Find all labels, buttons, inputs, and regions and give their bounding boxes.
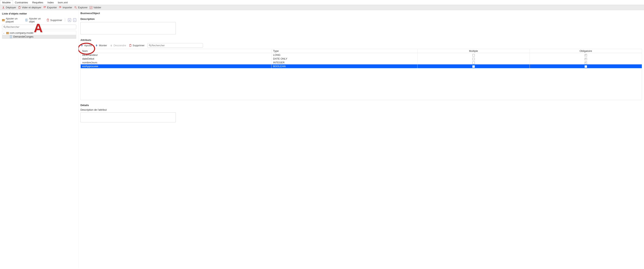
search-icon [4, 26, 6, 28]
cell-mandatory[interactable] [530, 53, 642, 57]
col-type[interactable]: Type [271, 49, 417, 53]
description-label: Description [80, 18, 642, 20]
add-package-button[interactable]: Ajouter un paquet [2, 17, 23, 23]
table-row[interactable]: nombreJoursINTEGER [81, 60, 642, 64]
deploy-icon [2, 6, 5, 9]
table-row[interactable]: idDemandeurLONG [81, 53, 642, 57]
editor-tabbar: Modèle Contraintes Requêtes Index bom.xm… [0, 0, 644, 5]
svg-point-7 [149, 44, 150, 46]
plus-icon [80, 44, 83, 47]
checkbox-mandatory[interactable] [584, 65, 587, 68]
svg-rect-5 [6, 32, 9, 34]
delete-attribute-button[interactable]: Supprimer [129, 44, 144, 47]
attributes-table-empty [80, 68, 642, 100]
explore-button[interactable]: Explorer [74, 6, 88, 9]
delete-icon [129, 44, 132, 47]
tab-index[interactable]: Index [45, 0, 56, 5]
arrow-down-icon [110, 44, 113, 47]
delete-object-button[interactable]: Supprimer [46, 19, 62, 22]
move-up-button[interactable]: Monter [95, 44, 107, 47]
cell-mandatory[interactable] [530, 60, 642, 64]
add-attribute-button[interactable]: Ajouter [80, 44, 92, 47]
collapse-all-button[interactable]: － [73, 18, 76, 22]
cell-type[interactable]: LONG [271, 53, 417, 57]
explore-icon [74, 6, 77, 9]
tab-bomxml[interactable]: bom.xml [56, 0, 70, 5]
table-row[interactable]: estApprouveeBOOLEAN [81, 64, 642, 68]
right-panel: BusinessObject Description Attributs B A… [78, 10, 644, 268]
checkbox-multiple[interactable] [472, 54, 475, 56]
cell-type[interactable]: DATE ONLY [271, 57, 417, 60]
export-icon [43, 6, 46, 9]
left-toolbar: Ajouter un paquet Ajouter un objet Suppr… [2, 17, 76, 23]
search-icon [149, 44, 151, 47]
import-icon [59, 6, 62, 9]
svg-rect-3 [26, 19, 28, 21]
left-search[interactable] [2, 25, 76, 29]
deploy-button[interactable]: Déployer [2, 6, 16, 9]
package-icon [6, 32, 9, 34]
attribute-search[interactable] [148, 43, 203, 48]
checkbox-multiple[interactable] [472, 58, 475, 60]
svg-point-0 [74, 6, 76, 8]
table-row[interactable]: dateDebutDATE ONLY [81, 57, 642, 60]
left-search-input[interactable] [6, 26, 75, 28]
tab-contraintes[interactable]: Contraintes [13, 0, 30, 5]
validate-icon [90, 6, 92, 9]
cell-multiple[interactable] [417, 60, 530, 64]
trash-icon [18, 6, 21, 9]
add-object-button[interactable]: Ajouter un objet [25, 17, 44, 23]
cell-mandatory[interactable] [530, 57, 642, 60]
checkbox-multiple[interactable] [472, 65, 475, 68]
export-button[interactable]: Exporter [43, 6, 57, 9]
cell-name[interactable]: dateDebut [81, 57, 272, 60]
expand-all-button[interactable]: ＋ [68, 18, 71, 22]
tree-package-row[interactable]: ⌄ com.company.model [2, 31, 76, 35]
attributes-label: Attributs [80, 38, 642, 42]
attr-desc-textarea[interactable] [80, 112, 176, 122]
tree-object-row[interactable]: DemandeConges [2, 35, 76, 38]
validate-button[interactable]: Valider [90, 6, 101, 9]
main-toolbar: Déployer Vider et déployer Exporter Impo… [0, 5, 644, 10]
attribute-search-input[interactable] [151, 44, 202, 47]
attributes-table: Nom Type Multiple Obligatoire idDemandeu… [80, 49, 642, 68]
svg-point-4 [4, 26, 5, 27]
cell-type[interactable]: INTEGER [271, 60, 417, 64]
svg-rect-6 [10, 35, 12, 38]
tree-package-label: com.company.model [10, 32, 33, 34]
cell-name[interactable]: idDemandeur [81, 53, 272, 57]
left-panel-title: Liste d'objets métier [2, 12, 76, 15]
import-button[interactable]: Importer [59, 6, 72, 9]
tab-requetes[interactable]: Requêtes [30, 0, 46, 5]
chevron-down-icon[interactable]: ⌄ [3, 32, 5, 34]
description-textarea[interactable] [80, 22, 176, 34]
object-icon [10, 35, 12, 38]
cell-name[interactable]: estApprouvee [81, 64, 272, 68]
checkbox-mandatory[interactable] [584, 54, 587, 56]
clean-deploy-button[interactable]: Vider et déployer [18, 6, 41, 9]
cell-multiple[interactable] [417, 57, 530, 60]
col-mandatory[interactable]: Obligatoire [530, 49, 642, 53]
svg-rect-1 [90, 6, 92, 8]
col-multiple[interactable]: Multiple [417, 49, 530, 53]
object-tree: ⌄ com.company.model DemandeConges [2, 31, 76, 39]
svg-rect-2 [2, 19, 4, 21]
cell-multiple[interactable] [417, 64, 530, 68]
col-name[interactable]: Nom [81, 49, 272, 53]
package-icon [2, 19, 5, 22]
cell-name[interactable]: nombreJours [81, 60, 272, 64]
checkbox-mandatory[interactable] [584, 62, 587, 64]
cell-mandatory[interactable] [530, 64, 642, 68]
attributes-toolbar: Ajouter Monter Descendre Supprimer [80, 43, 642, 48]
cell-type[interactable]: BOOLEAN [271, 64, 417, 68]
checkbox-mandatory[interactable] [584, 58, 587, 60]
tree-object-label: DemandeConges [13, 35, 33, 38]
details-label: Détails [80, 104, 642, 107]
arrow-up-icon [95, 44, 98, 47]
checkbox-multiple[interactable] [472, 62, 475, 64]
attr-desc-label: Description de l'attribut [80, 108, 642, 111]
tab-modele[interactable]: Modèle [0, 0, 13, 5]
object-title: BusinessObject [80, 12, 642, 15]
left-panel: Liste d'objets métier Ajouter un paquet … [0, 10, 78, 268]
cell-multiple[interactable] [417, 53, 530, 57]
